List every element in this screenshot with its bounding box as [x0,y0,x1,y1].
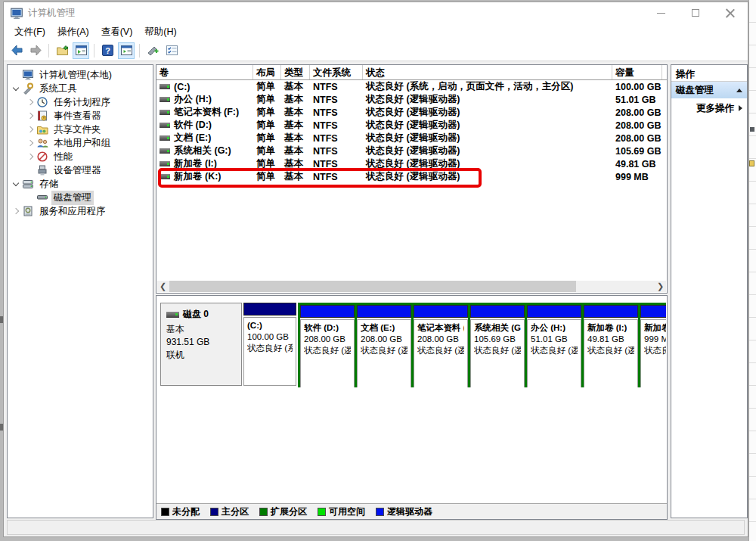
menu-item-1[interactable]: 操作(A) [51,23,95,41]
cell: 简单 [253,93,281,106]
scrollbar-thumb[interactable] [169,281,576,292]
tree-item-label: 性能 [51,150,75,164]
computer-icon [22,69,35,81]
expander-expanded-icon[interactable] [11,83,21,94]
show-action-pane-icon [120,44,133,57]
volume-row-3[interactable]: 软件 (D:)简单基本NTFS状态良好 (逻辑驱动器)208.00 GB [156,119,667,132]
back-button[interactable] [8,42,25,59]
tree-item-performance[interactable]: 性能 [8,150,153,163]
column-header-4[interactable]: 状态 [363,65,612,79]
help-button[interactable]: ? [99,42,116,59]
tree-item-storage[interactable]: 存储 [8,177,153,191]
volume-icon [160,110,170,115]
partition-G[interactable]: 系统相关 (G:)105.69 GB状态良好 (逻辑驱动器) [470,305,525,387]
cell: 状态良好 (逻辑驱动器) [363,93,612,106]
toolbar-separator [94,44,94,58]
expander-collapsed-icon[interactable] [25,151,36,162]
expander-collapsed-icon[interactable] [25,138,36,148]
title-bar[interactable]: 计算机管理 [4,2,748,23]
tree-item-label: 共享文件夹 [51,123,104,137]
cell: 状态良好 (逻辑驱动器) [363,132,612,145]
cell: 基本 [281,145,310,157]
legend-label: 未分配 [172,505,200,518]
show-action-pane-button[interactable] [118,42,135,59]
scroll-left-arrow-icon[interactable]: ❮ [157,281,169,292]
partition-status: 状态良好 (系统，启动，页面文件，活动，主分区) [247,343,293,354]
partition-H[interactable]: 办公 (H:)51.01 GB状态良好 (逻辑驱动器) [527,305,581,387]
legend-label: 扩展分区 [271,505,307,518]
window-title: 计算机管理 [28,7,76,20]
scroll-right-arrow-icon[interactable]: ❯ [655,281,666,292]
tree-item-device-manager[interactable]: 设备管理器 [8,163,153,177]
menu-bar: 文件(F)操作(A)查看(V)帮助(H) [4,23,748,40]
cell: 51.01 GB [612,95,662,105]
cell: NTFS [310,120,363,131]
disk-graphic-pane: 磁盘 0 基本 931.51 GB 联机 (C:)100.00 GB状态良好 (… [156,295,668,520]
column-header-5[interactable]: 容量 [612,65,662,79]
minimize-icon [657,13,665,14]
volume-row-2[interactable]: 笔记本资料 (F:)简单基本NTFS状态良好 (逻辑驱动器)208.00 GB [156,106,667,119]
cell: 系统相关 (G:) [156,145,253,157]
tree-item-shared-folders[interactable]: 共享文件夹 [8,123,153,136]
column-header-0[interactable]: 卷 [156,65,253,79]
forward-button[interactable] [27,42,44,59]
disk-type: 基本 [166,323,236,336]
partition-size: 208.00 GB [417,334,464,345]
red-highlight-box [158,168,482,188]
menu-item-2[interactable]: 查看(V) [95,23,139,41]
maximize-button[interactable] [678,2,713,23]
tree-item-computer-management-root[interactable]: 计算机管理(本地) [8,68,153,82]
tree-item-task-scheduler[interactable]: 任务计划程序 [8,95,153,109]
background-window-fragment [749,160,754,166]
more-actions-button[interactable]: 更多操作 [671,98,747,118]
show-console-tree-button[interactable] [73,42,89,59]
volume-row-1[interactable]: 办公 (H:)简单基本NTFS状态良好 (逻辑驱动器)51.01 GB [156,93,667,106]
volume-name: 笔记本资料 (F:) [174,106,239,119]
collapse-arrow-icon[interactable] [736,89,742,92]
disk-tool-button[interactable] [144,42,161,59]
partition-C[interactable]: (C:)100.00 GB状态良好 (系统，启动，页面文件，活动，主分区) [243,303,296,386]
partition-I[interactable]: 新加卷 (I:)49.81 GB状态良好 (逻辑驱动器) [584,305,638,387]
legend-item-1: 主分区 [210,505,249,518]
disk-0-info-box[interactable]: 磁盘 0 基本 931.51 GB 联机 [160,303,242,386]
column-header-1[interactable]: 布局 [253,65,281,79]
partition-name: 笔记本资料 (F:) [417,322,464,334]
minimize-button[interactable] [643,2,678,23]
partition-E[interactable]: 文档 (E:)208.00 GB状态良好 (逻辑驱动器) [357,305,411,387]
partition-name: 系统相关 (G:) [474,322,521,334]
expander-collapsed-icon[interactable] [25,110,36,121]
expander-expanded-icon[interactable] [11,179,21,189]
volume-name: 办公 (H:) [174,93,212,106]
cell: 软件 (D:) [156,119,253,132]
column-header-2[interactable]: 类型 [281,65,310,79]
export-folder-button[interactable] [54,42,70,59]
horizontal-scrollbar[interactable]: ❮ ❯ [157,281,666,292]
close-button[interactable] [713,2,748,23]
expander-collapsed-icon[interactable] [25,124,36,135]
menu-item-3[interactable]: 帮助(H) [138,23,182,41]
actions-header: 操作 [671,65,747,82]
menu-item-0[interactable]: 文件(F) [8,23,51,41]
volume-row-4[interactable]: 文档 (E:)简单基本NTFS状态良好 (逻辑驱动器)208.00 GB [156,132,667,145]
tree-item-event-viewer[interactable]: 事件查看器 [8,109,153,123]
actions-section-disk-management[interactable]: 磁盘管理 [671,82,747,98]
partition-F[interactable]: 笔记本资料 (F:)208.00 GB状态良好 (逻辑驱动器) [414,305,468,387]
volume-row-5[interactable]: 系统相关 (G:)简单基本NTFS状态良好 (逻辑驱动器)105.69 GB [156,145,667,157]
legend-label: 主分区 [222,505,249,518]
partition-K[interactable]: 新加卷 (K:)999 MB状态良好 (逻辑驱动器) [640,305,666,387]
expander-collapsed-icon[interactable] [25,97,36,107]
cell: 简单 [253,106,281,119]
expander-collapsed-icon[interactable] [11,206,21,216]
tree-item-disk-management[interactable]: 磁盘管理 [8,191,153,204]
properties-list-button[interactable] [163,42,180,59]
partition-legend: 未分配主分区扩展分区可用空间逻辑驱动器 [156,503,667,519]
tree-item-label: 系统工具 [37,82,79,96]
tree-item-local-users-groups[interactable]: 本地用户和组 [8,136,153,150]
partition-D[interactable]: 软件 (D:)208.00 GB状态良好 (逻辑驱动器) [300,305,355,387]
cell: 状态良好 (逻辑驱动器) [363,145,612,157]
volume-row-0[interactable]: (C:)简单基本NTFS状态良好 (系统，启动，页面文件，活动，主分区)100.… [156,80,667,93]
column-header-3[interactable]: 文件系统 [310,65,363,79]
volume-icon [160,123,170,128]
tree-item-system-tools[interactable]: 系统工具 [8,82,153,95]
tree-item-services-applications[interactable]: 服务和应用程序 [8,204,153,218]
